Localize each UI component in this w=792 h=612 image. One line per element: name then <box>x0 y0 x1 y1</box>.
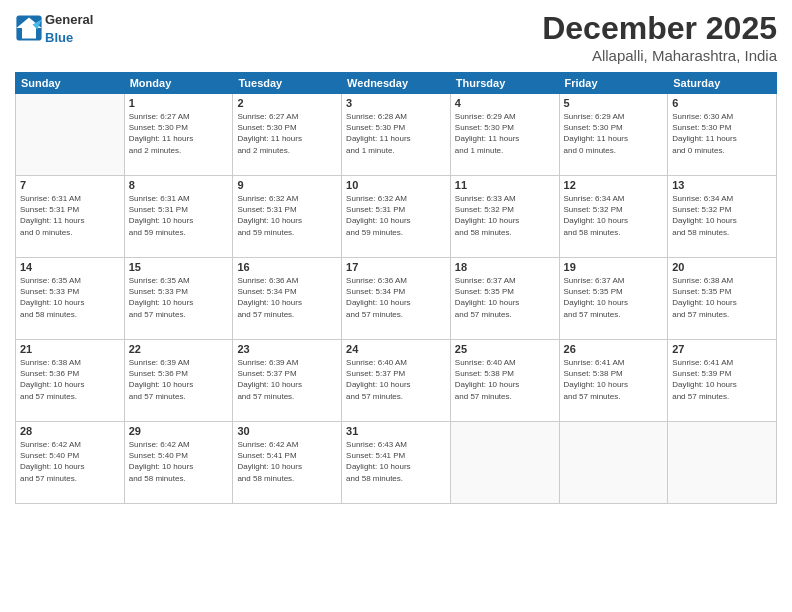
day-info: Sunrise: 6:31 AM Sunset: 5:31 PM Dayligh… <box>20 193 120 238</box>
day-info: Sunrise: 6:35 AM Sunset: 5:33 PM Dayligh… <box>129 275 229 320</box>
day-info: Sunrise: 6:43 AM Sunset: 5:41 PM Dayligh… <box>346 439 446 484</box>
day-number: 27 <box>672 343 772 355</box>
day-info: Sunrise: 6:38 AM Sunset: 5:35 PM Dayligh… <box>672 275 772 320</box>
day-number: 30 <box>237 425 337 437</box>
table-row: 21Sunrise: 6:38 AM Sunset: 5:36 PM Dayli… <box>16 340 125 422</box>
table-row: 2Sunrise: 6:27 AM Sunset: 5:30 PM Daylig… <box>233 94 342 176</box>
week-row-5: 28Sunrise: 6:42 AM Sunset: 5:40 PM Dayli… <box>16 422 777 504</box>
day-number: 1 <box>129 97 229 109</box>
day-info: Sunrise: 6:31 AM Sunset: 5:31 PM Dayligh… <box>129 193 229 238</box>
header-monday: Monday <box>124 73 233 94</box>
day-number: 2 <box>237 97 337 109</box>
week-row-3: 14Sunrise: 6:35 AM Sunset: 5:33 PM Dayli… <box>16 258 777 340</box>
day-number: 24 <box>346 343 446 355</box>
day-number: 18 <box>455 261 555 273</box>
logo: General Blue <box>15 10 93 46</box>
day-number: 4 <box>455 97 555 109</box>
logo-general: General <box>45 12 93 27</box>
day-number: 28 <box>20 425 120 437</box>
table-row: 7Sunrise: 6:31 AM Sunset: 5:31 PM Daylig… <box>16 176 125 258</box>
table-row: 23Sunrise: 6:39 AM Sunset: 5:37 PM Dayli… <box>233 340 342 422</box>
day-number: 25 <box>455 343 555 355</box>
week-row-4: 21Sunrise: 6:38 AM Sunset: 5:36 PM Dayli… <box>16 340 777 422</box>
table-row: 4Sunrise: 6:29 AM Sunset: 5:30 PM Daylig… <box>450 94 559 176</box>
day-number: 21 <box>20 343 120 355</box>
day-info: Sunrise: 6:30 AM Sunset: 5:30 PM Dayligh… <box>672 111 772 156</box>
day-number: 16 <box>237 261 337 273</box>
day-info: Sunrise: 6:36 AM Sunset: 5:34 PM Dayligh… <box>237 275 337 320</box>
day-number: 23 <box>237 343 337 355</box>
table-row: 17Sunrise: 6:36 AM Sunset: 5:34 PM Dayli… <box>342 258 451 340</box>
table-row: 1Sunrise: 6:27 AM Sunset: 5:30 PM Daylig… <box>124 94 233 176</box>
calendar: Sunday Monday Tuesday Wednesday Thursday… <box>15 72 777 504</box>
header-thursday: Thursday <box>450 73 559 94</box>
table-row: 9Sunrise: 6:32 AM Sunset: 5:31 PM Daylig… <box>233 176 342 258</box>
day-info: Sunrise: 6:29 AM Sunset: 5:30 PM Dayligh… <box>455 111 555 156</box>
table-row: 3Sunrise: 6:28 AM Sunset: 5:30 PM Daylig… <box>342 94 451 176</box>
week-row-2: 7Sunrise: 6:31 AM Sunset: 5:31 PM Daylig… <box>16 176 777 258</box>
table-row <box>668 422 777 504</box>
day-info: Sunrise: 6:41 AM Sunset: 5:39 PM Dayligh… <box>672 357 772 402</box>
day-info: Sunrise: 6:42 AM Sunset: 5:40 PM Dayligh… <box>129 439 229 484</box>
table-row: 13Sunrise: 6:34 AM Sunset: 5:32 PM Dayli… <box>668 176 777 258</box>
logo-icon <box>15 14 43 42</box>
table-row <box>16 94 125 176</box>
day-number: 22 <box>129 343 229 355</box>
day-info: Sunrise: 6:39 AM Sunset: 5:37 PM Dayligh… <box>237 357 337 402</box>
table-row: 15Sunrise: 6:35 AM Sunset: 5:33 PM Dayli… <box>124 258 233 340</box>
header-sunday: Sunday <box>16 73 125 94</box>
day-info: Sunrise: 6:37 AM Sunset: 5:35 PM Dayligh… <box>564 275 664 320</box>
day-number: 17 <box>346 261 446 273</box>
table-row: 16Sunrise: 6:36 AM Sunset: 5:34 PM Dayli… <box>233 258 342 340</box>
month-title: December 2025 <box>542 10 777 47</box>
table-row: 11Sunrise: 6:33 AM Sunset: 5:32 PM Dayli… <box>450 176 559 258</box>
day-number: 15 <box>129 261 229 273</box>
header-area: General Blue December 2025 Allapalli, Ma… <box>15 10 777 64</box>
table-row: 25Sunrise: 6:40 AM Sunset: 5:38 PM Dayli… <box>450 340 559 422</box>
day-info: Sunrise: 6:39 AM Sunset: 5:36 PM Dayligh… <box>129 357 229 402</box>
table-row: 20Sunrise: 6:38 AM Sunset: 5:35 PM Dayli… <box>668 258 777 340</box>
day-info: Sunrise: 6:28 AM Sunset: 5:30 PM Dayligh… <box>346 111 446 156</box>
header-wednesday: Wednesday <box>342 73 451 94</box>
day-info: Sunrise: 6:34 AM Sunset: 5:32 PM Dayligh… <box>564 193 664 238</box>
day-info: Sunrise: 6:37 AM Sunset: 5:35 PM Dayligh… <box>455 275 555 320</box>
day-info: Sunrise: 6:38 AM Sunset: 5:36 PM Dayligh… <box>20 357 120 402</box>
day-info: Sunrise: 6:42 AM Sunset: 5:40 PM Dayligh… <box>20 439 120 484</box>
day-info: Sunrise: 6:27 AM Sunset: 5:30 PM Dayligh… <box>237 111 337 156</box>
header-friday: Friday <box>559 73 668 94</box>
day-info: Sunrise: 6:41 AM Sunset: 5:38 PM Dayligh… <box>564 357 664 402</box>
table-row: 18Sunrise: 6:37 AM Sunset: 5:35 PM Dayli… <box>450 258 559 340</box>
day-number: 14 <box>20 261 120 273</box>
day-number: 26 <box>564 343 664 355</box>
day-info: Sunrise: 6:42 AM Sunset: 5:41 PM Dayligh… <box>237 439 337 484</box>
day-info: Sunrise: 6:34 AM Sunset: 5:32 PM Dayligh… <box>672 193 772 238</box>
table-row: 10Sunrise: 6:32 AM Sunset: 5:31 PM Dayli… <box>342 176 451 258</box>
table-row: 12Sunrise: 6:34 AM Sunset: 5:32 PM Dayli… <box>559 176 668 258</box>
day-number: 19 <box>564 261 664 273</box>
day-number: 9 <box>237 179 337 191</box>
subtitle: Allapalli, Maharashtra, India <box>542 47 777 64</box>
day-info: Sunrise: 6:35 AM Sunset: 5:33 PM Dayligh… <box>20 275 120 320</box>
page: General Blue December 2025 Allapalli, Ma… <box>0 0 792 612</box>
day-number: 12 <box>564 179 664 191</box>
header-row: Sunday Monday Tuesday Wednesday Thursday… <box>16 73 777 94</box>
day-number: 10 <box>346 179 446 191</box>
week-row-1: 1Sunrise: 6:27 AM Sunset: 5:30 PM Daylig… <box>16 94 777 176</box>
day-info: Sunrise: 6:27 AM Sunset: 5:30 PM Dayligh… <box>129 111 229 156</box>
table-row: 24Sunrise: 6:40 AM Sunset: 5:37 PM Dayli… <box>342 340 451 422</box>
table-row <box>559 422 668 504</box>
table-row: 27Sunrise: 6:41 AM Sunset: 5:39 PM Dayli… <box>668 340 777 422</box>
day-number: 6 <box>672 97 772 109</box>
day-number: 8 <box>129 179 229 191</box>
day-info: Sunrise: 6:32 AM Sunset: 5:31 PM Dayligh… <box>346 193 446 238</box>
header-tuesday: Tuesday <box>233 73 342 94</box>
day-number: 3 <box>346 97 446 109</box>
day-info: Sunrise: 6:40 AM Sunset: 5:38 PM Dayligh… <box>455 357 555 402</box>
day-number: 20 <box>672 261 772 273</box>
day-info: Sunrise: 6:36 AM Sunset: 5:34 PM Dayligh… <box>346 275 446 320</box>
day-number: 7 <box>20 179 120 191</box>
table-row: 6Sunrise: 6:30 AM Sunset: 5:30 PM Daylig… <box>668 94 777 176</box>
table-row: 31Sunrise: 6:43 AM Sunset: 5:41 PM Dayli… <box>342 422 451 504</box>
table-row: 19Sunrise: 6:37 AM Sunset: 5:35 PM Dayli… <box>559 258 668 340</box>
title-area: December 2025 Allapalli, Maharashtra, In… <box>542 10 777 64</box>
